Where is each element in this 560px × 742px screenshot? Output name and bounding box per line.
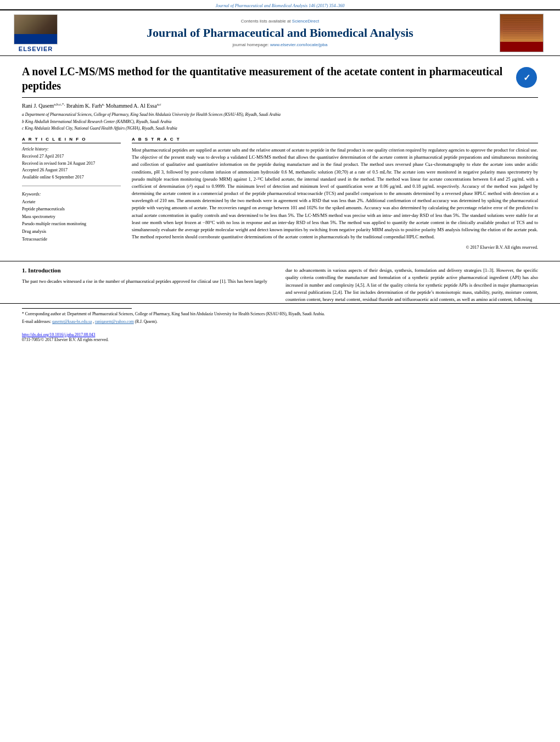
following-word: following — [514, 297, 532, 302]
footnote-section: * Corresponding author at: Department of… — [0, 303, 560, 330]
keyword-5: Drug analysis — [22, 228, 121, 236]
sciencedirect-link[interactable]: ScienceDirect — [292, 19, 319, 24]
history-label: Article history: — [22, 146, 121, 153]
authors-line: Rani J. Qasema,b,c,*, Ibrahim K. Farha, … — [22, 102, 538, 109]
journal-citation: Journal of Pharmaceutical and Biomedical… — [216, 3, 345, 8]
intro-left: 1. Introduction The past two decades wit… — [22, 267, 275, 303]
elsevier-logo-image — [14, 14, 58, 44]
license-text: 0731-7085/© 2017 Elsevier B.V. All right… — [22, 337, 109, 342]
doi-link[interactable]: http://dx.doi.org/10.1016/j.jpba.2017.08… — [22, 332, 95, 337]
intro-heading: 1. Introduction — [22, 267, 275, 274]
keyword-6: Tetracosactide — [22, 236, 121, 243]
author1-superscript: a,b,c,*, — [54, 102, 65, 107]
keywords-section: Keywords: Acetate Peptide pharmaceutical… — [22, 191, 121, 243]
available-date: Available online 6 September 2017 — [22, 174, 121, 181]
abstract-header: A B S T R A C T — [132, 137, 538, 143]
author2-name: Ibrahim K. Farh — [66, 103, 102, 109]
author3-superscript: a,c — [157, 102, 161, 107]
left-column: A R T I C L E I N F O Article history: R… — [22, 137, 121, 250]
journal-homepage: journal homepage: www.elsevier.com/locat… — [71, 42, 489, 47]
intro-text-left: The past two decades witnessed a rise in… — [22, 278, 275, 285]
email-label: E-mail addresses: — [22, 319, 51, 324]
contents-available: Contents lists available at ScienceDirec… — [71, 19, 489, 24]
keyword-4: Pseudo multiple reaction monitoring — [22, 220, 121, 228]
page-wrapper: Journal of Pharmaceutical and Biomedical… — [0, 0, 560, 742]
journal-title-header: Journal of Pharmaceutical and Biomedical… — [71, 26, 489, 40]
intro-right: due to advancements in various aspects o… — [285, 267, 538, 303]
article-title-section: A novel LC-MS/MS method for the quantita… — [22, 64, 538, 98]
footnote-star: * Corresponding author at: Department of… — [22, 311, 538, 317]
elsevier-brand-text: ELSEVIER — [19, 46, 53, 52]
journal-header: ELSEVIER Contents lists available at Sci… — [0, 9, 560, 56]
keyword-1: Acetate — [22, 198, 121, 206]
accepted-date: Accepted 26 August 2017 — [22, 167, 121, 174]
header-left: ELSEVIER — [11, 14, 60, 52]
keywords-title: Keywords: — [22, 191, 121, 198]
affiliation-b: b King Abdullah International Medical Re… — [22, 119, 538, 125]
homepage-url[interactable]: www.elsevier.com/locate/jpba — [270, 42, 328, 47]
footnote-email: E-mail addresses: qasemr@ksau-hs.edu.sa … — [22, 319, 538, 325]
introduction-section: 1. Introduction The past two decades wit… — [0, 267, 560, 303]
intro-text-right: due to advancements in various aspects o… — [285, 267, 538, 303]
header-center: Contents lists available at ScienceDirec… — [60, 19, 500, 47]
crossmark-icon: ✓ — [516, 67, 537, 88]
article-info-header: A R T I C L E I N F O — [22, 137, 121, 143]
top-journal-link: Journal of Pharmaceutical and Biomedical… — [0, 0, 560, 9]
intro-title: Introduction — [28, 267, 61, 274]
email1-link[interactable]: qasemr@ksau-hs.edu.sa — [52, 319, 92, 324]
main-content: A novel LC-MS/MS method for the quantita… — [0, 56, 560, 255]
copyright-line: © 2017 Elsevier B.V. All rights reserved… — [132, 245, 538, 250]
header-right — [500, 14, 549, 52]
keyword-3: Mass spectrometry — [22, 213, 121, 221]
article-info-content: Article history: Received 27 April 2017 … — [22, 146, 121, 186]
email-author-label: (R.J. Qasem). — [135, 319, 158, 324]
affiliations: a Department of Pharmaceutical Sciences,… — [22, 111, 538, 131]
section-divider — [0, 261, 560, 261]
intro-number: 1. — [22, 267, 26, 274]
received-date: Received 27 April 2017 — [22, 153, 121, 160]
author1-name: Rani J. Qasem — [22, 103, 54, 109]
author2-superscript: a, — [102, 102, 104, 107]
keyword-2: Peptide pharmaceuticals — [22, 205, 121, 213]
right-column: A B S T R A C T Most pharmaceutical pept… — [132, 137, 538, 250]
email2-link[interactable]: raniqasem@yahoo.com — [95, 319, 134, 324]
abstract-text: Most pharmaceutical peptides are supplie… — [132, 147, 538, 241]
affiliation-c: c King Abdulaziz Medical City, National … — [22, 125, 538, 131]
article-title: A novel LC-MS/MS method for the quantita… — [22, 64, 516, 93]
two-column-section: A R T I C L E I N F O Article history: R… — [22, 137, 538, 250]
revised-date: Received in revised form 24 August 2017 — [22, 160, 121, 168]
journal-cover-image — [500, 14, 544, 52]
author3-name: Mohammed A. Al Essa — [106, 103, 157, 109]
crossmark-badge: ✓ — [516, 67, 538, 89]
elsevier-logo: ELSEVIER — [11, 14, 60, 52]
doi-section: http://dx.doi.org/10.1016/j.jpba.2017.08… — [0, 330, 560, 345]
affiliation-a: a Department of Pharmaceutical Sciences,… — [22, 111, 538, 118]
